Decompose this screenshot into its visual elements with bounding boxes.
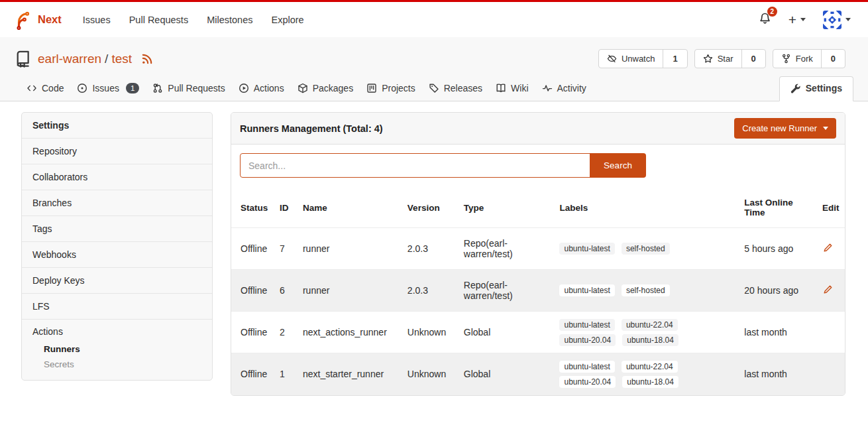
runner-id: 6 (274, 270, 298, 312)
tab-settings[interactable]: Settings (779, 76, 853, 101)
sidebar-item-deploy-keys[interactable]: Deploy Keys (22, 267, 212, 293)
edit-runner-button[interactable] (822, 243, 833, 253)
tab-releases-label: Releases (444, 83, 482, 93)
sidebar-item-collaborators[interactable]: Collaborators (22, 164, 212, 190)
tab-projects[interactable]: Projects (360, 77, 422, 101)
fork-count[interactable]: 0 (821, 50, 845, 68)
rss-feed-button[interactable] (141, 53, 153, 65)
tab-activity-label: Activity (557, 83, 586, 93)
runner-name: next_starter_runner (298, 353, 402, 395)
sidebar-item-branches[interactable]: Branches (22, 190, 212, 215)
runner-labels-cell: ubuntu-latestubuntu-22.04ubuntu-20.04ubu… (554, 353, 739, 395)
navbar-right: 2 + (759, 11, 851, 29)
sidebar-item-webhooks[interactable]: Webhooks (22, 241, 212, 267)
runner-type: Repo(earl-warren/test) (459, 228, 555, 270)
forgejo-runners-settings-page: Next IssuesPull RequestsMilestonesExplor… (0, 0, 868, 427)
home-logo-link[interactable]: Next (13, 10, 62, 30)
column-header-edit: Edit (817, 188, 845, 228)
tab-releases[interactable]: Releases (422, 77, 489, 101)
sidebar-group-actions: ActionsRunnersSecrets (22, 319, 212, 380)
tab-wiki[interactable]: Wiki (489, 77, 535, 101)
search-input[interactable] (240, 153, 590, 178)
repo-header-section: earl-warren / test Unwatch1Star0Fork0 Co… (0, 37, 868, 101)
identicon-avatar (823, 11, 841, 29)
fork-button[interactable]: Fork (773, 50, 821, 68)
sidebar-item-tags[interactable]: Tags (22, 215, 212, 241)
sidebar-item-lfs[interactable]: LFS (22, 293, 212, 319)
tab-wiki-label: Wiki (511, 83, 528, 93)
repo-title-row: earl-warren / test Unwatch1Star0Fork0 (0, 37, 868, 71)
tab-activity[interactable]: Activity (535, 77, 593, 101)
code-icon (27, 83, 37, 93)
runner-last-online: last month (739, 312, 817, 353)
sidebar-item-secrets[interactable]: Secrets (32, 357, 201, 372)
tools-icon (790, 83, 801, 93)
column-header-name: Name (298, 188, 402, 228)
tab-code[interactable]: Code (20, 77, 70, 101)
pulse-icon (542, 83, 553, 93)
runner-id: 7 (274, 228, 298, 270)
label-chip: ubuntu-latest (559, 319, 614, 331)
runner-edit-cell (817, 270, 845, 312)
label-chip: self-hosted (622, 284, 670, 296)
star-count[interactable]: 0 (741, 50, 765, 68)
plus-icon: + (788, 13, 796, 27)
table-row: Offline1next_starter_runnerUnknownGlobal… (231, 353, 845, 395)
runner-labels: ubuntu-latestubuntu-22.04ubuntu-20.04ubu… (559, 361, 702, 388)
runner-id: 2 (274, 312, 298, 353)
repo-book-icon (15, 50, 32, 68)
tab-issues[interactable]: Issues1 (70, 77, 146, 101)
column-header-id: ID (274, 188, 298, 228)
fork-label: Fork (796, 54, 813, 64)
search-button[interactable]: Search (590, 153, 646, 178)
edit-runner-button[interactable] (822, 284, 833, 295)
star-button[interactable]: Star (695, 50, 741, 68)
nav-item-milestones[interactable]: Milestones (197, 15, 262, 25)
runner-version: Unknown (402, 312, 459, 353)
sidebar-item-runners[interactable]: Runners (32, 341, 201, 357)
pull-request-icon (152, 83, 163, 93)
panel-header: Runners Management (Total: 4) Create new… (231, 113, 845, 145)
nav-item-pull-requests[interactable]: Pull Requests (120, 15, 197, 25)
create-new-runner-button[interactable]: Create new Runner (734, 118, 836, 139)
runner-labels-cell: ubuntu-latestself-hosted (554, 270, 739, 312)
unwatch-button-group: Unwatch1 (598, 49, 688, 68)
sidebar-item-repository[interactable]: Repository (22, 138, 212, 164)
repo-name-link[interactable]: test (111, 52, 132, 66)
project-icon (366, 83, 377, 93)
nav-item-issues[interactable]: Issues (74, 15, 120, 25)
column-header-type: Type (459, 188, 555, 228)
fork-button-group: Fork0 (773, 49, 845, 68)
content-area: Settings RepositoryCollaboratorsBranches… (0, 101, 868, 396)
user-menu-button[interactable] (823, 11, 851, 29)
unwatch-count[interactable]: 1 (663, 50, 686, 68)
table-row: Offline6runner2.0.3Repo(earl-warren/test… (231, 270, 845, 312)
table-row: Offline2next_actions_runnerUnknownGlobal… (231, 312, 845, 353)
runner-status: Offline (231, 312, 274, 353)
breadcrumb-separator: / (105, 52, 108, 66)
nav-item-explore[interactable]: Explore (262, 15, 313, 25)
tab-packages[interactable]: Packages (291, 77, 360, 101)
label-chip: ubuntu-22.04 (622, 319, 678, 331)
create-menu-button[interactable]: + (788, 13, 806, 27)
unwatch-button[interactable]: Unwatch (599, 50, 663, 68)
runner-labels: ubuntu-latestself-hosted (559, 284, 702, 296)
column-header-last-online-time: Last Online Time (739, 188, 817, 228)
label-chip: ubuntu-latest (559, 243, 614, 255)
notifications-button[interactable]: 2 (759, 12, 771, 27)
runner-status: Offline (231, 270, 274, 312)
notification-count-badge: 2 (767, 7, 777, 17)
tab-actions[interactable]: Actions (232, 77, 291, 101)
star-button-group: Star0 (694, 49, 766, 68)
repo-tab-bar: CodeIssues1Pull RequestsActionsPackagesP… (0, 71, 868, 101)
runner-last-online: 5 hours ago (739, 228, 817, 270)
tab-packages-label: Packages (313, 83, 353, 93)
page-title: Runners Management (Total: 4) (240, 123, 383, 134)
runner-type: Global (459, 312, 555, 353)
sidebar-item-actions[interactable]: Actions (32, 326, 201, 337)
repo-owner-link[interactable]: earl-warren (38, 52, 101, 66)
create-new-runner-label: Create new Runner (742, 123, 817, 133)
tab-pull-requests[interactable]: Pull Requests (146, 77, 231, 101)
column-header-status: Status (231, 188, 274, 228)
label-chip: ubuntu-20.04 (559, 334, 616, 346)
